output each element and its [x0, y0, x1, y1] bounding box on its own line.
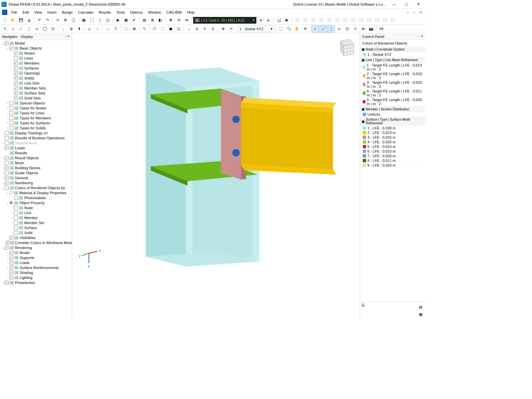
addon-12-icon[interactable]: ⬚: [381, 17, 389, 24]
support-icon[interactable]: △: [86, 25, 93, 33]
legend-collapse-icon[interactable]: ▤: [417, 303, 424, 311]
pointer-icon[interactable]: ↖: [141, 25, 148, 33]
legend-item[interactable]: 4 - Target FE Length | LFE : 0.011 m | m…: [360, 89, 426, 97]
move-icon[interactable]: ✥: [167, 17, 174, 24]
menu-tools[interactable]: Tools: [113, 10, 127, 15]
tree-results[interactable]: Results: [0, 150, 72, 155]
new-icon[interactable]: 📄: [1, 17, 9, 24]
tree-member-set[interactable]: ›Member Set: [0, 220, 72, 225]
tree-display-topology-on[interactable]: Display Topology on: [0, 130, 72, 135]
tree-surface[interactable]: ›Surface: [0, 225, 72, 230]
tree-line[interactable]: ›Line: [0, 210, 72, 215]
draw-solid-icon[interactable]: ◳: [49, 25, 57, 33]
view-y-icon[interactable]: Y: [201, 25, 208, 33]
tree-results-of-boolean-operations[interactable]: Results of Boolean Operations: [0, 135, 72, 140]
view-wireframe-icon[interactable]: ⬚: [159, 25, 166, 33]
paste-icon[interactable]: 📋: [70, 17, 77, 24]
menu-calculate[interactable]: Calculate: [75, 10, 96, 15]
next-lc-icon[interactable]: ▸: [265, 17, 272, 24]
tree-members[interactable]: Members: [0, 61, 72, 66]
menu-edit[interactable]: Edit: [20, 10, 32, 15]
tree-solid[interactable]: ›Solid: [0, 230, 72, 235]
legend-item[interactable]: 3 - LFE : 0.015 m: [360, 135, 426, 140]
clip-icon[interactable]: ✂: [227, 25, 235, 33]
tree-imperfections[interactable]: ›Imperfections: [0, 140, 72, 145]
screenshot-icon[interactable]: 📷: [367, 25, 375, 33]
menu-file[interactable]: File: [9, 10, 20, 15]
addon-2-icon[interactable]: ⬚: [302, 17, 309, 24]
loadcase-combo[interactable]: GLC1 Uzel č. 19 | NS1 | KZ1▾: [193, 17, 256, 24]
filter-off-icon[interactable]: ✕: [351, 25, 359, 33]
filter-nodes-icon[interactable]: •: [312, 25, 319, 33]
zoom-all-icon[interactable]: ⛶: [277, 25, 285, 33]
tree-types-for-members[interactable]: ›Types for Members: [0, 115, 72, 120]
addon-5-icon[interactable]: ⬚: [326, 17, 333, 24]
view-transparent-icon[interactable]: ◫: [175, 25, 182, 33]
text-icon[interactable]: T: [112, 25, 119, 33]
tree-node[interactable]: ›Node: [0, 205, 72, 210]
redo-icon[interactable]: ↷: [44, 17, 51, 24]
addon-3-icon[interactable]: ⬚: [310, 17, 317, 24]
pan-icon[interactable]: ✋: [293, 25, 301, 33]
panel-icon[interactable]: ◧: [157, 17, 164, 24]
tree-visibilities[interactable]: Visibilities: [0, 235, 72, 240]
legend-item[interactable]: 4 - LFE : 0.026 m: [360, 140, 426, 144]
tree-preselection[interactable]: ›Preselection: [0, 280, 72, 285]
workplane-combo[interactable]: 1 - Global XYZ▾: [238, 26, 274, 32]
tree-types-for-surfaces[interactable]: ›Types for Surfaces: [0, 120, 72, 125]
tree-colors-of-rendered-objects-by[interactable]: ⌄Colors of Rendered Objects by: [0, 185, 72, 190]
minimize-button[interactable]: —: [388, 0, 400, 8]
3d-viewport[interactable]: x y z: [72, 33, 360, 319]
legend-item[interactable]: 1 - LFE : 0.030 m: [360, 126, 426, 130]
tree-general[interactable]: ›General: [0, 175, 72, 180]
legend-item[interactable]: 5 - Target FE Length | LFE : 0.020 m | m…: [360, 97, 426, 106]
tree-photorealistic[interactable]: Photorealistic: [0, 195, 72, 200]
tree-openings[interactable]: Openings: [0, 70, 72, 75]
animation-icon[interactable]: ▶: [283, 17, 291, 24]
prev-lc-icon[interactable]: ◂: [257, 17, 264, 24]
filter-visibility-icon[interactable]: 👁: [359, 25, 367, 33]
rotate-icon[interactable]: ⟲: [175, 17, 182, 24]
view-x-icon[interactable]: X: [193, 25, 200, 33]
select-icon[interactable]: ↖: [1, 25, 9, 33]
menu-cad-bim[interactable]: CAD-BIM: [164, 10, 184, 15]
tree-supports[interactable]: ›Supports: [0, 255, 72, 260]
tree-model[interactable]: ⌄Model: [0, 41, 72, 46]
menu-window[interactable]: Window: [145, 10, 164, 15]
tree-building-stories[interactable]: ›Building Stories: [0, 165, 72, 170]
tree-loads[interactable]: ›Loads: [0, 260, 72, 265]
filter-members-icon[interactable]: ⌶: [328, 25, 335, 33]
menu-results[interactable]: Results: [96, 10, 114, 15]
undo-icon[interactable]: ↶: [36, 17, 43, 24]
tree-numbering[interactable]: ›Numbering: [0, 180, 72, 185]
legend-item[interactable]: 2 - Target FE Length | LFE : 0.010 m | m…: [360, 71, 426, 80]
tree-member[interactable]: ›Member: [0, 215, 72, 220]
tree-lines[interactable]: Lines: [0, 56, 72, 61]
draw-surface-icon[interactable]: ▱: [33, 25, 41, 33]
tree-consider-colors-in-wireframe-model[interactable]: Consider Colors in Wireframe Model: [0, 240, 72, 245]
menu-assign[interactable]: Assign: [59, 10, 75, 15]
addon-1-icon[interactable]: ⬚: [294, 17, 301, 24]
addon-11-icon[interactable]: ⬚: [373, 17, 381, 24]
table-icon[interactable]: ▤: [141, 17, 148, 24]
units-icon[interactable]: ⛶: [88, 17, 95, 24]
close-button[interactable]: ✕: [412, 0, 424, 8]
mdi-close-icon[interactable]: ×: [418, 10, 424, 14]
select-mode-icon[interactable]: ⊞: [130, 25, 138, 33]
maximize-button[interactable]: ▢: [400, 0, 412, 8]
legend-item[interactable]: 1 - Target FE Length | LFE : 0.013 m | m…: [360, 63, 426, 71]
tree-types-for-lines[interactable]: ›Types for Lines: [0, 110, 72, 115]
panel-float-icon[interactable]: ▫: [65, 34, 66, 39]
addon-8-icon[interactable]: ⬚: [349, 17, 357, 24]
tree-surface-sets[interactable]: Surface Sets: [0, 90, 72, 95]
tree-model[interactable]: ›Model: [0, 250, 72, 255]
navigator-tree[interactable]: ⌄Model⌄Basic ObjectsNodesLinesMembersSur…: [0, 40, 72, 319]
calculate-icon[interactable]: ▶: [114, 17, 122, 24]
cp-close-icon[interactable]: ✕: [421, 34, 424, 39]
tree-shading[interactable]: Shading: [0, 270, 72, 275]
draw-line-icon[interactable]: ／: [17, 25, 25, 33]
tree-surfaces[interactable]: Surfaces: [0, 66, 72, 70]
legend-item[interactable]: 7 - LFE : 0.020 m: [360, 154, 426, 158]
legend-item[interactable]: 3 - Target FE Length | LFE : 0.020 m | m…: [360, 80, 426, 89]
grid-icon[interactable]: ▦: [80, 17, 87, 24]
